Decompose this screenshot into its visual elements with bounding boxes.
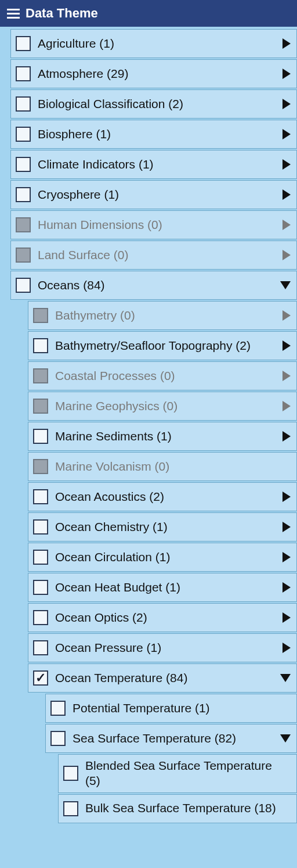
row-checkbox xyxy=(33,368,48,383)
panel-title: Data Theme xyxy=(26,6,98,21)
tree-row[interactable]: Potential Temperature (1) xyxy=(45,694,297,723)
tree-row[interactable]: Atmosphere (29) xyxy=(10,59,297,88)
expand-right-icon[interactable] xyxy=(282,431,291,442)
tree-row: Coastal Processes (0) xyxy=(28,361,297,390)
row-checkbox[interactable] xyxy=(16,36,31,51)
row-checkbox[interactable] xyxy=(33,610,48,625)
tree-row[interactable]: Cryosphere (1) xyxy=(10,180,297,209)
row-checkbox[interactable] xyxy=(50,701,66,716)
row-label: Ocean Chemistry (1) xyxy=(55,519,276,535)
row-label: Agriculture (1) xyxy=(38,36,276,51)
tree-row[interactable]: Oceans (84) xyxy=(10,271,297,300)
tree-row[interactable]: Biosphere (1) xyxy=(10,120,297,149)
row-label: Marine Geophysics (0) xyxy=(55,399,276,414)
row-checkbox[interactable] xyxy=(50,731,66,746)
expand-right-icon[interactable] xyxy=(282,522,291,532)
row-label: Marine Sediments (1) xyxy=(55,429,276,444)
expand-right-icon[interactable] xyxy=(282,189,291,200)
tree-row: Human Dimensions (0) xyxy=(10,210,297,239)
row-checkbox[interactable] xyxy=(16,66,31,81)
expand-right-icon[interactable] xyxy=(282,643,291,653)
expand-right-icon[interactable] xyxy=(282,492,291,502)
row-label: Coastal Processes (0) xyxy=(55,368,276,383)
expand-right-icon[interactable] xyxy=(282,38,291,49)
tree-row[interactable]: Bathymetry/Seafloor Topography (2) xyxy=(28,331,297,360)
tree-row: Land Surface (0) xyxy=(10,241,297,270)
row-checkbox xyxy=(33,459,48,474)
row-checkbox[interactable] xyxy=(63,801,78,816)
row-label: Ocean Temperature (84) xyxy=(55,670,273,686)
tree-row[interactable]: Blended Sea Surface Temperature (5) xyxy=(58,754,297,793)
row-checkbox[interactable] xyxy=(33,670,48,686)
tree-row[interactable]: Biological Classification (2) xyxy=(10,89,297,119)
row-checkbox[interactable] xyxy=(33,580,48,595)
row-checkbox xyxy=(33,399,48,414)
row-label: Ocean Circulation (1) xyxy=(55,550,276,565)
row-checkbox[interactable] xyxy=(16,96,31,112)
expand-right-icon[interactable] xyxy=(282,159,291,170)
expand-right-icon xyxy=(282,371,291,381)
row-checkbox xyxy=(16,217,31,232)
tree-row: Marine Geophysics (0) xyxy=(28,392,297,421)
expand-right-icon[interactable] xyxy=(282,582,291,593)
expand-right-icon[interactable] xyxy=(282,99,291,109)
row-checkbox[interactable] xyxy=(33,338,48,353)
tree-row[interactable]: Ocean Optics (2) xyxy=(28,603,297,632)
expand-right-icon xyxy=(282,401,291,411)
tree-row[interactable]: Ocean Heat Budget (1) xyxy=(28,573,297,602)
tree-row[interactable]: Bulk Sea Surface Temperature (18) xyxy=(58,794,297,823)
expand-right-icon xyxy=(282,310,291,321)
panel-header[interactable]: Data Theme xyxy=(0,0,297,27)
data-theme-panel: Data Theme Agriculture (1)Atmosphere (29… xyxy=(0,0,297,823)
tree-row[interactable]: Ocean Temperature (84) xyxy=(28,663,297,693)
row-label: Bulk Sea Surface Temperature (18) xyxy=(85,801,284,816)
row-checkbox[interactable] xyxy=(33,429,48,444)
row-checkbox xyxy=(16,248,31,263)
tree-row: Bathymetry (0) xyxy=(28,301,297,330)
expand-down-icon[interactable] xyxy=(280,281,291,289)
row-label: Oceans (84) xyxy=(38,278,273,293)
row-label: Biosphere (1) xyxy=(38,127,276,142)
expand-down-icon[interactable] xyxy=(280,734,291,743)
tree-row[interactable]: Sea Surface Temperature (82) xyxy=(45,724,297,753)
row-checkbox[interactable] xyxy=(16,157,31,172)
expand-right-icon[interactable] xyxy=(282,69,291,79)
row-checkbox[interactable] xyxy=(16,187,31,202)
row-label: Ocean Pressure (1) xyxy=(55,640,276,655)
expand-right-icon[interactable] xyxy=(282,340,291,351)
row-label: Bathymetry/Seafloor Topography (2) xyxy=(55,338,276,353)
row-label: Marine Volcanism (0) xyxy=(55,459,284,474)
row-checkbox[interactable] xyxy=(33,640,48,655)
row-checkbox[interactable] xyxy=(33,489,48,504)
hamburger-icon[interactable] xyxy=(7,8,20,19)
expand-right-icon[interactable] xyxy=(282,612,291,623)
expand-right-icon xyxy=(282,250,291,260)
tree-container: Agriculture (1)Atmosphere (29)Biological… xyxy=(0,27,297,823)
row-label: Human Dimensions (0) xyxy=(38,217,276,232)
row-label: Biological Classification (2) xyxy=(38,96,276,112)
row-checkbox[interactable] xyxy=(63,766,78,781)
row-checkbox[interactable] xyxy=(33,519,48,535)
expand-right-icon[interactable] xyxy=(282,552,291,562)
row-checkbox[interactable] xyxy=(16,127,31,142)
row-label: Climate Indicators (1) xyxy=(38,157,276,172)
tree-row[interactable]: Ocean Chemistry (1) xyxy=(28,512,297,541)
expand-right-icon xyxy=(282,220,291,230)
expand-down-icon[interactable] xyxy=(280,674,291,682)
tree-row[interactable]: Marine Sediments (1) xyxy=(28,422,297,451)
row-label: Blended Sea Surface Temperature (5) xyxy=(85,758,284,789)
tree-row[interactable]: Agriculture (1) xyxy=(10,29,297,58)
tree-row: Marine Volcanism (0) xyxy=(28,452,297,481)
row-checkbox[interactable] xyxy=(33,550,48,565)
tree-row[interactable]: Ocean Acoustics (2) xyxy=(28,482,297,511)
row-label: Ocean Optics (2) xyxy=(55,610,276,625)
tree-row[interactable]: Climate Indicators (1) xyxy=(10,150,297,179)
tree-row[interactable]: Ocean Pressure (1) xyxy=(28,633,297,662)
row-label: Ocean Acoustics (2) xyxy=(55,489,276,504)
tree-row[interactable]: Ocean Circulation (1) xyxy=(28,543,297,572)
row-label: Sea Surface Temperature (82) xyxy=(73,731,273,746)
expand-right-icon[interactable] xyxy=(282,129,291,139)
row-checkbox[interactable] xyxy=(16,278,31,293)
row-label: Ocean Heat Budget (1) xyxy=(55,580,276,595)
row-label: Land Surface (0) xyxy=(38,248,276,263)
